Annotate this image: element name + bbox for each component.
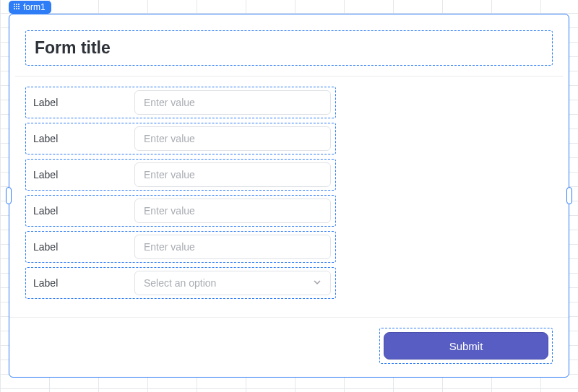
- svg-point-8: [18, 8, 20, 9]
- submit-zone[interactable]: Submit: [379, 328, 553, 364]
- svg-point-4: [16, 6, 17, 7]
- divider: [15, 76, 563, 77]
- form-footer: Submit: [9, 317, 569, 377]
- chevron-down-icon: [313, 277, 322, 289]
- field-row[interactable]: Label: [25, 87, 336, 118]
- svg-point-1: [16, 4, 17, 5]
- field-input[interactable]: [134, 235, 331, 259]
- svg-point-5: [18, 6, 20, 7]
- field-input[interactable]: [134, 90, 331, 115]
- form-container[interactable]: Form title Label Label Label Label Label…: [9, 14, 569, 378]
- form-title: Form title: [35, 38, 543, 58]
- form-fields: Label Label Label Label Label Label Sele…: [25, 87, 336, 299]
- svg-point-2: [18, 4, 20, 5]
- field-select[interactable]: Select an option: [134, 271, 331, 295]
- resize-handle-left[interactable]: [6, 187, 12, 204]
- form-title-zone[interactable]: Form title: [25, 30, 553, 66]
- svg-point-3: [14, 6, 15, 7]
- field-input[interactable]: [134, 162, 331, 187]
- field-label: Label: [30, 97, 117, 108]
- field-label: Label: [30, 277, 117, 289]
- field-input[interactable]: [134, 126, 331, 151]
- field-row[interactable]: Label: [25, 123, 336, 154]
- resize-handle-right[interactable]: [566, 187, 572, 204]
- component-tag-label: form1: [23, 2, 46, 12]
- select-placeholder: Select an option: [144, 277, 216, 289]
- field-label: Label: [30, 205, 117, 217]
- field-row[interactable]: Label: [25, 195, 336, 227]
- field-row[interactable]: Label Select an option: [25, 267, 336, 299]
- svg-point-0: [14, 4, 15, 5]
- component-tag[interactable]: form1: [9, 1, 51, 14]
- field-input[interactable]: [134, 199, 331, 223]
- submit-button[interactable]: Submit: [384, 332, 548, 360]
- field-row[interactable]: Label: [25, 159, 336, 191]
- field-row[interactable]: Label: [25, 231, 336, 263]
- field-label: Label: [30, 133, 117, 144]
- drag-handle-icon: [13, 2, 20, 12]
- svg-point-7: [16, 8, 17, 9]
- field-label: Label: [30, 169, 117, 180]
- svg-point-6: [14, 8, 15, 9]
- field-label: Label: [30, 241, 117, 253]
